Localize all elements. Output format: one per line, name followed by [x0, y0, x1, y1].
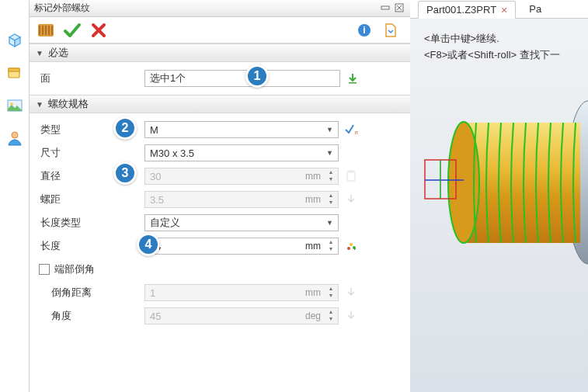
- length-measure-icon[interactable]: [343, 238, 359, 254]
- action-row: i: [30, 17, 410, 43]
- length-label: 长度: [36, 239, 144, 253]
- row-length-type: 长度类型 自定义 ▼: [36, 211, 405, 234]
- end-chamfer-label: 端部倒角: [54, 262, 95, 276]
- left-toolbar: [0, 0, 30, 392]
- face-selector[interactable]: 选中1个: [144, 70, 340, 87]
- publish-icon[interactable]: [379, 20, 402, 40]
- tool-user-icon[interactable]: [5, 129, 24, 147]
- threaded-cylinder-render: [410, 93, 588, 295]
- svg-point-15: [350, 243, 353, 246]
- close-icon[interactable]: ×: [501, 5, 507, 16]
- row-face: 面 选中1个 1: [36, 67, 405, 90]
- chamferdist-unit: mm: [305, 287, 321, 298]
- tab-label: Pa: [529, 3, 541, 15]
- pick-face-icon[interactable]: [345, 71, 360, 86]
- length-input[interactable]: 24 mm ▲▼: [144, 238, 339, 255]
- measure-icon: [343, 285, 359, 300]
- angle-input: 45 deg ▲▼: [144, 307, 339, 324]
- chamferdist-input: 1 mm ▲▼: [144, 284, 339, 301]
- callout-4: 4: [137, 233, 160, 256]
- svg-rect-5: [381, 6, 389, 9]
- property-panel: 标记外部螺纹 i ▼ 必选 面: [30, 0, 410, 392]
- callout-2: 2: [113, 116, 137, 140]
- lengthtype-label: 长度类型: [36, 216, 144, 230]
- tab-label: Part001.Z3PRT: [426, 4, 496, 16]
- thread-preview-icon[interactable]: [34, 20, 57, 40]
- chevron-down-icon: ▼: [326, 149, 333, 157]
- svg-rect-10: [349, 82, 357, 84]
- tab-pa[interactable]: Pa: [520, 0, 550, 18]
- measure-icon: [343, 308, 359, 324]
- collapse-icon[interactable]: [381, 3, 391, 14]
- lengthtype-value: 自定义: [150, 216, 180, 230]
- lengthtype-select[interactable]: 自定义 ▼: [144, 214, 339, 231]
- row-chamfer-dist: 倒角距离 1 mm ▲▼: [36, 281, 405, 304]
- spin-down-icon[interactable]: ▼: [325, 246, 336, 253]
- row-pitch: 螺距 3.5 mm ▲▼: [36, 188, 405, 211]
- size-select[interactable]: M30 x 3.5 ▼: [144, 144, 339, 161]
- chevron-down-icon: ▼: [326, 219, 333, 227]
- diameter-unit: mm: [305, 171, 321, 182]
- svg-text:mm: mm: [355, 130, 358, 135]
- type-value: M: [150, 124, 158, 136]
- triangle-down-icon: ▼: [36, 49, 43, 57]
- type-check-icon[interactable]: mm: [343, 122, 359, 137]
- end-chamfer-checkbox[interactable]: [39, 264, 50, 275]
- close-panel-icon[interactable]: [395, 3, 405, 14]
- section-threadspec-body: 类型 M ▼ mm 2 尺寸 M30 x 3.5 ▼ 直: [30, 113, 410, 332]
- viewport[interactable]: Part001.Z3PRT × Pa <单击中键>继续. <F8>或者<Shif…: [410, 0, 588, 392]
- svg-rect-1: [9, 68, 19, 71]
- type-select[interactable]: M ▼: [144, 121, 339, 138]
- face-label: 面: [36, 71, 144, 85]
- viewport-hints: <单击中键>继续. <F8>或者<Shift-roll> 查找下一: [424, 31, 560, 64]
- angle-value: 45: [150, 310, 161, 322]
- diameter-input: 30 mm ▲▼: [144, 168, 339, 185]
- clipboard-icon: [343, 168, 359, 184]
- hint-line2: <F8>或者<Shift-roll> 查找下一: [424, 47, 560, 64]
- row-type: 类型 M ▼ mm 2: [36, 118, 405, 141]
- row-diameter: 直径 30 mm ▲▼ 3: [36, 165, 405, 188]
- row-angle: 角度 45 deg ▲▼: [36, 304, 405, 328]
- callout-3: 3: [113, 161, 137, 185]
- angle-unit: deg: [305, 310, 321, 321]
- pitch-unit: mm: [305, 194, 321, 205]
- info-icon[interactable]: i: [353, 20, 376, 40]
- callout-1: 1: [245, 64, 269, 88]
- panel-title-text: 标记外部螺纹: [34, 2, 90, 15]
- svg-point-4: [12, 132, 18, 138]
- length-unit: mm: [305, 241, 321, 252]
- svg-rect-18: [464, 123, 580, 243]
- section-required-label: 必选: [48, 46, 68, 60]
- row-size: 尺寸 M30 x 3.5 ▼: [36, 141, 405, 165]
- chamferdist-label: 倒角距离: [36, 286, 144, 300]
- section-required[interactable]: ▼ 必选: [30, 43, 410, 62]
- cancel-button[interactable]: [87, 20, 110, 40]
- panel-titlebar: 标记外部螺纹: [30, 0, 410, 17]
- measure-icon: [343, 192, 359, 207]
- size-value: M30 x 3.5: [150, 147, 194, 159]
- svg-rect-13: [349, 170, 353, 172]
- face-value: 选中1个: [150, 71, 186, 85]
- pitch-value: 3.5: [150, 194, 164, 206]
- size-label: 尺寸: [36, 146, 144, 160]
- chevron-down-icon: ▼: [326, 126, 333, 134]
- pitch-input: 3.5 mm ▲▼: [144, 191, 339, 208]
- tool-cube-icon[interactable]: [5, 31, 24, 50]
- section-required-body: 面 选中1个 1: [30, 62, 410, 95]
- svg-rect-12: [347, 172, 355, 181]
- ok-button[interactable]: [61, 20, 84, 40]
- row-end-chamfer: 端部倒角: [36, 258, 405, 281]
- row-length: 长度 24 mm ▲▼ 4: [36, 234, 405, 258]
- section-threadspec-label: 螺纹规格: [48, 97, 89, 111]
- hint-line1: <单击中键>继续.: [424, 31, 560, 47]
- chamferdist-value: 1: [150, 287, 155, 299]
- spin-up-icon[interactable]: ▲: [325, 239, 336, 246]
- diameter-value: 30: [150, 171, 161, 182]
- triangle-down-icon: ▼: [36, 100, 43, 109]
- angle-label: 角度: [36, 309, 144, 323]
- tool-image-icon[interactable]: [5, 96, 24, 115]
- section-threadspec[interactable]: ▼ 螺纹规格: [30, 95, 410, 113]
- tool-box-icon[interactable]: [5, 64, 24, 82]
- tab-part001[interactable]: Part001.Z3PRT ×: [418, 1, 516, 19]
- svg-text:i: i: [363, 25, 365, 36]
